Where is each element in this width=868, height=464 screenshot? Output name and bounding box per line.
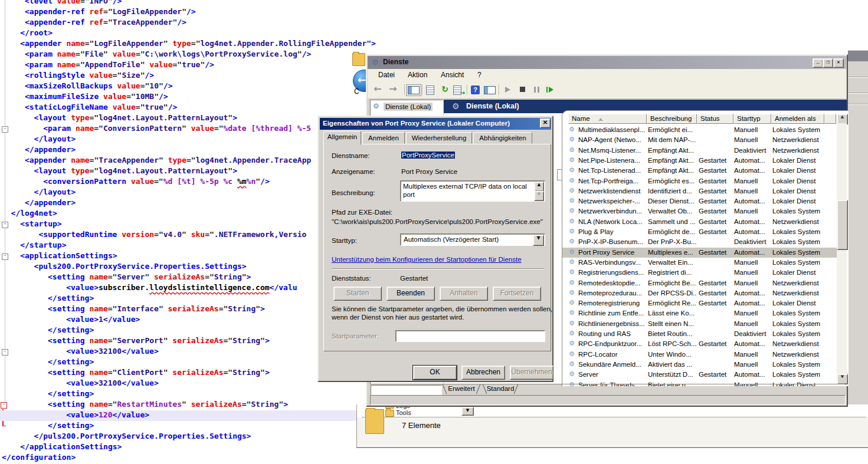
maximize-button[interactable]: ❐ [823, 58, 833, 68]
toolbar: ←→↻? [368, 81, 846, 99]
tab-wiederherstellung[interactable]: Wiederherstellung [406, 132, 472, 144]
show-tree-icon[interactable] [408, 86, 420, 94]
dialog-title: Eigenschaften von Port Proxy Service (Lo… [323, 120, 510, 127]
service-row[interactable]: ⚙Net.Tcp-Listenerad...Empfängt Akt...Ges… [562, 166, 837, 176]
code-line: </root> [0, 28, 420, 39]
splitter-handle[interactable] [557, 169, 562, 180]
extended-view-icon[interactable] [484, 86, 496, 94]
cell-name: Net.Msmq-Listener... [578, 147, 646, 154]
service-row[interactable]: ⚙Routing und RASBietet Routin...Deaktivi… [562, 329, 837, 339]
service-row[interactable]: ⚙Server für Threads...Bietet eine n...Ma… [562, 380, 837, 387]
apply-button[interactable]: Übernehmen [510, 366, 553, 380]
cell-desc: Unter Windo... [648, 351, 696, 358]
service-row[interactable]: ⚙Sekundäre Anmeld...Aktiviert das ...Man… [562, 360, 837, 370]
cancel-button[interactable]: Abbrechen [461, 366, 505, 380]
pause-button[interactable]: Anhalten [440, 287, 488, 301]
column-header-beschreibung[interactable]: Beschreibung [647, 114, 697, 124]
column-header-starttyp[interactable]: Starttyp [733, 114, 771, 124]
window-titlebar[interactable]: ⚙ Dienste _ ❐ ✕ [368, 56, 846, 69]
restart-service-icon[interactable] [545, 85, 555, 94]
service-row[interactable]: ⚙RAS-Verbindungsv...Verwaltet Ein...Manu… [562, 258, 837, 268]
cell-logon: Netzwerkdienst [772, 147, 823, 154]
cell-status: Gestartet [699, 208, 732, 215]
pause-service-icon[interactable] [532, 85, 542, 94]
cell-start: Automat... [734, 218, 770, 225]
stop-button[interactable]: Beenden [386, 287, 435, 301]
start-params-label: Startparameter: [332, 333, 379, 340]
service-row[interactable]: ⚙Richtlinie zum Entfe...Lässt eine Ko...… [562, 308, 837, 318]
service-row[interactable]: ⚙RemoteregistrierungErmöglicht Re...Gest… [562, 298, 837, 308]
properties-icon[interactable] [426, 85, 434, 95]
service-row[interactable]: ⚙Registrierungsdiens...Registriert di...… [562, 268, 837, 278]
tab-standard[interactable]: Standard [482, 384, 519, 394]
service-row[interactable]: ⚙Multimediaklassenpl...Ermöglicht ei...M… [562, 125, 837, 135]
scrollbar-down-icon[interactable]: ▼ [837, 374, 848, 384]
service-row[interactable]: ⚙RPC-Endpunktzuor...Löst RPC-Sch...Gesta… [562, 339, 837, 349]
service-name-value[interactable]: PortProxyService [401, 152, 455, 159]
combo-dropdown-icon[interactable]: ▼ [533, 235, 544, 246]
description-textbox[interactable]: Multiplexes external TCP/IP data on loca… [400, 180, 545, 202]
cell-start: Manuell [734, 187, 770, 195]
tab-anmelden[interactable]: Anmelden [362, 132, 405, 144]
help-icon[interactable]: ? [471, 85, 480, 94]
service-row[interactable]: ⚙Remoteprozedurau...Der RPCSS-Di...Gesta… [562, 288, 837, 298]
start-params-input[interactable] [395, 330, 545, 342]
export-list-icon[interactable] [453, 85, 461, 95]
start-service-icon[interactable] [502, 85, 513, 94]
service-row[interactable]: ⚙Netzwerkverbindun...Verwaltet Ob...Gest… [562, 206, 837, 216]
service-row[interactable]: ⚙PnP-X-IP-Busenum...Der PnP-X-Bu...Deakt… [562, 237, 837, 247]
tree-pane-bottom [371, 385, 442, 395]
service-row[interactable]: ⚙Port Proxy ServiceMultiplexes e...Gesta… [562, 248, 837, 258]
service-gear-icon: ⚙ [569, 218, 575, 225]
tab-abhaengigkeiten[interactable]: Abhängigkeiten [473, 132, 532, 144]
scrollbar-thumb[interactable] [837, 200, 848, 250]
startup-options-help-link[interactable]: Unterstützung beim Konfigurieren der Sta… [332, 256, 522, 263]
service-row[interactable]: ⚙Plug & PlayErmöglicht de...GestartetAut… [562, 227, 837, 237]
tab-allgemein[interactable]: Allgemein [323, 131, 361, 145]
column-header-name[interactable]: Name [568, 114, 647, 124]
tree-item-dienste-lokal[interactable]: Dienste (Lokal) [384, 103, 433, 111]
menu-ansicht[interactable]: Ansicht [441, 71, 464, 79]
back-icon[interactable]: ← [372, 83, 383, 93]
cell-name: Sekundäre Anmeld... [578, 361, 646, 368]
service-gear-icon: ⚙ [569, 126, 575, 133]
ok-button[interactable]: OK [413, 366, 457, 380]
menu-help[interactable]: ? [477, 71, 482, 79]
tab-erweitert[interactable]: Erweitert [442, 384, 481, 394]
service-row[interactable]: ⚙Richtlinienergebniss...Stellt einen N..… [562, 319, 837, 329]
service-row[interactable]: ⚙NLA (Network Loca...Sammelt und ...Gest… [562, 217, 837, 227]
service-row[interactable]: ⚙Net.Msmq-Listener...Empfängt Akt...Deak… [562, 146, 837, 156]
refresh-icon[interactable]: ↻ [440, 84, 450, 94]
stop-service-icon[interactable] [517, 85, 528, 94]
service-row[interactable]: ⚙Net.Pipe-Listenera...Empfängt Akt...Ges… [562, 156, 837, 166]
minimize-button[interactable]: _ [813, 58, 823, 68]
forward-icon[interactable]: → [388, 83, 398, 93]
start-button[interactable]: Starten [333, 287, 382, 301]
service-row[interactable]: ⚙NetzwerklistendienstIdentifiziert d...G… [562, 186, 837, 196]
folder-item[interactable]: Tools [396, 409, 411, 416]
service-row[interactable]: ⚙NAP-Agent (Netwo...Mit dem NAP-...Manue… [562, 135, 837, 145]
column-header-anmelden-als[interactable]: Anmelden als [771, 114, 824, 124]
dialog-titlebar[interactable]: Eigenschaften von Port Proxy Service (Lo… [320, 118, 551, 130]
cell-start: Manuell [734, 269, 770, 276]
service-row[interactable]: ⚙Remotedesktopdie...Ermöglicht Be...Gest… [562, 278, 837, 288]
close-button[interactable]: ✕ [833, 58, 844, 68]
cell-desc: Sammelt und ... [648, 218, 696, 225]
combo-dropdown-icon[interactable]: ▼ [461, 407, 474, 416]
scroll-down-icon[interactable]: ▼ [534, 191, 544, 201]
service-row[interactable]: ⚙RPC-LocatorUnter Windo...ManuellNetzwer… [562, 350, 837, 360]
column-header-status[interactable]: Status [697, 114, 733, 124]
service-row[interactable]: ⚙Netzwerkspeicher-...Dieser Dienst...Ges… [562, 196, 837, 206]
cell-start: Deaktiviert [734, 238, 770, 245]
service-row[interactable]: ⚙ServerUnterstützt D...GestartetAutomat.… [562, 370, 837, 380]
menu-datei[interactable]: Datei [378, 71, 395, 79]
menu-aktion[interactable]: Aktion [408, 71, 427, 79]
cell-logon: Netzwerkdienst [772, 289, 823, 297]
startup-type-combobox[interactable]: Automatisch (Verzögerter Start) ▼ [400, 233, 545, 246]
service-row[interactable]: ⚙Net.Tcp-Portfreiga...Ermöglicht es...Ge… [562, 176, 837, 186]
cell-name: RPC-Endpunktzuor... [578, 340, 646, 347]
dialog-close-icon[interactable]: ✕ [540, 119, 551, 128]
resume-button[interactable]: Fortsetzen [493, 287, 541, 301]
scroll-up-icon[interactable]: ▲ [534, 182, 544, 192]
cell-status: Gestartet [699, 300, 732, 307]
